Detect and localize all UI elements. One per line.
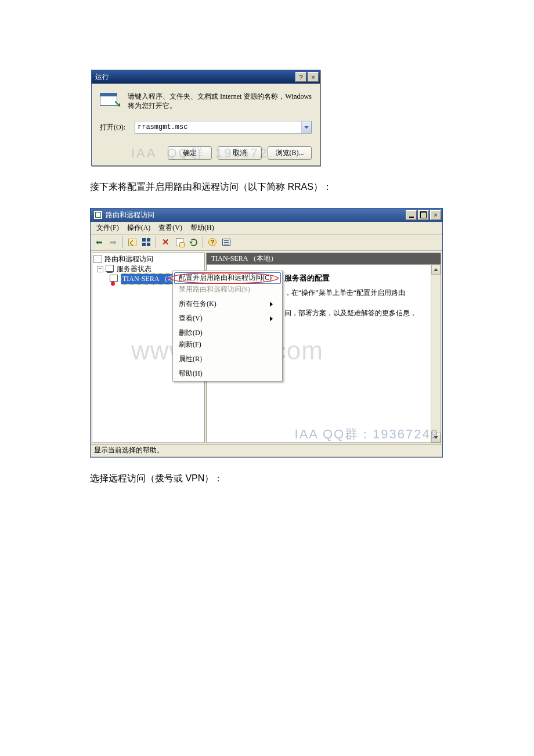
forward-icon: ➡: [107, 236, 120, 249]
ctx-configure-enable[interactable]: 配置并启用路由和远程访问(C): [173, 272, 282, 284]
content-title: 服务器的配置: [284, 273, 432, 283]
minimize-icon[interactable]: [406, 210, 417, 220]
ctx-refresh-label: 刷新(F): [179, 340, 201, 350]
ctx-help[interactable]: 帮助(H): [173, 368, 282, 380]
run-description: 请键入程序、文件夹、文档或 Internet 资源的名称，Windows 将为您…: [128, 92, 312, 110]
ctx-refresh[interactable]: 刷新(F): [173, 339, 282, 351]
ctx-disable-label: 禁用路由和远程访问(S): [179, 285, 250, 294]
collapse-icon[interactable]: −: [97, 266, 103, 272]
show-hide-tree-icon[interactable]: [140, 236, 153, 249]
ctx-view-label: 查看(V): [179, 314, 203, 323]
ctx-properties-label: 属性(R): [179, 354, 202, 364]
run-dialog-titlebar[interactable]: 运行 ? ×: [92, 70, 320, 84]
vertical-scrollbar[interactable]: [431, 265, 441, 442]
ctx-all-tasks[interactable]: 所有任务(K): [173, 298, 282, 310]
menu-view[interactable]: 查看(V): [155, 222, 186, 234]
menu-action[interactable]: 操作(A): [124, 222, 154, 234]
chevron-down-icon[interactable]: [301, 121, 311, 133]
ctx-disable: 禁用路由和远程访问(S): [173, 284, 282, 296]
delete-icon[interactable]: ✕: [159, 236, 172, 249]
properties-icon[interactable]: [173, 236, 186, 249]
rras-app-icon: [94, 211, 102, 219]
server-status-icon: [106, 265, 114, 273]
browse-button[interactable]: 浏览(B)...: [268, 146, 312, 160]
tree-root-label: 路由和远程访问: [104, 254, 153, 264]
open-input[interactable]: [135, 121, 301, 133]
content-header-text: TIAN-SERA （本地）: [211, 254, 277, 264]
tree-status-label: 服务器状态: [117, 264, 151, 274]
run-dialog-title: 运行: [95, 72, 109, 82]
menu-help[interactable]: 帮助(H): [187, 222, 218, 234]
list-icon[interactable]: [220, 236, 233, 249]
server-local-icon: [110, 275, 118, 283]
ctx-alltasks-label: 所有任务(K): [179, 299, 217, 309]
refresh-icon[interactable]: [187, 236, 200, 249]
ctx-configure-label: 配置并启用路由和远程访问(C): [179, 273, 272, 283]
ctx-properties[interactable]: 属性(R): [173, 354, 282, 365]
ok-button[interactable]: 确定: [168, 146, 212, 160]
tree-root[interactable]: 路由和远程访问: [93, 254, 203, 264]
up-folder-icon[interactable]: [126, 236, 139, 249]
context-menu: 配置并启用路由和远程访问(C) 禁用路由和远程访问(S) 所有任务(K) 查看(…: [172, 271, 283, 381]
scroll-down-icon[interactable]: [431, 433, 441, 442]
rras-title: 路由和远程访问: [106, 210, 154, 220]
chevron-right-icon: [270, 316, 273, 321]
content-line-1: ，在“操作”菜单上单击“配置并启用路由: [284, 288, 432, 298]
content-line-2: 问，部署方案，以及疑难解答的更多信息，: [284, 308, 432, 318]
menu-file[interactable]: 文件(F): [93, 222, 122, 234]
close-icon[interactable]: ×: [308, 72, 319, 82]
caption-2: 选择远程访问（拨号或 VPN）：: [90, 470, 444, 486]
scroll-up-icon[interactable]: [431, 265, 441, 275]
maximize-icon[interactable]: [418, 210, 429, 220]
content-header: TIAN-SERA （本地）: [206, 253, 441, 264]
run-icon: ➘: [100, 93, 120, 108]
open-combobox[interactable]: [135, 121, 312, 134]
chevron-right-icon: [270, 302, 273, 307]
statusbar-text: 显示当前选择的帮助。: [94, 445, 164, 455]
statusbar: 显示当前选择的帮助。: [91, 444, 442, 457]
toolbar: ⬅ ➡ ✕ ?: [91, 235, 442, 251]
back-icon[interactable]: ⬅: [93, 236, 106, 249]
close-icon[interactable]: ×: [430, 210, 441, 220]
cancel-button[interactable]: 取消: [218, 146, 262, 160]
open-label: 打开(O):: [100, 123, 135, 132]
ctx-view[interactable]: 查看(V): [173, 313, 282, 325]
menubar: 文件(F) 操作(A) 查看(V) 帮助(H): [91, 222, 442, 235]
ctx-help-label: 帮助(H): [179, 369, 203, 379]
help-icon[interactable]: ?: [295, 72, 306, 82]
caption-1: 接下来将配置并启用路由和远程访问（以下简称 RRAS）：: [90, 179, 444, 195]
rras-titlebar[interactable]: 路由和远程访问 ×: [91, 208, 442, 222]
rras-root-icon: [93, 255, 102, 263]
help-icon[interactable]: ?: [206, 236, 219, 249]
run-dialog: 运行 ? × ➘ 请键入程序、文件夹、文档或 Internet 资源的名称，Wi…: [91, 70, 320, 166]
ctx-delete-label: 删除(D): [179, 328, 203, 338]
ctx-delete[interactable]: 删除(D): [173, 327, 282, 339]
